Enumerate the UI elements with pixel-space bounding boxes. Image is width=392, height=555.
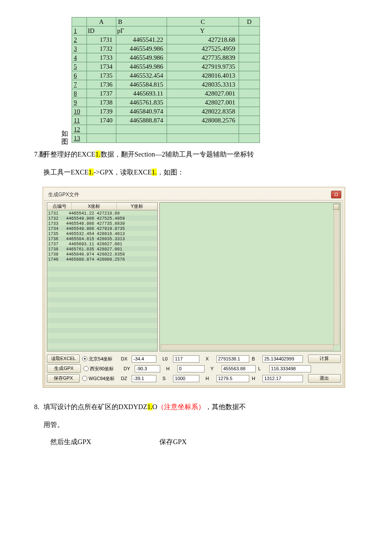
- cell[interactable]: 4465761.835: [116, 98, 167, 107]
- cell[interactable]: 1731: [87, 35, 116, 44]
- cell[interactable]: [239, 53, 260, 62]
- cell[interactable]: 4465549.986: [116, 62, 167, 71]
- cell[interactable]: [239, 26, 260, 35]
- row-num[interactable]: 8: [72, 89, 87, 98]
- p7-hl3: 1.: [152, 169, 157, 176]
- row-num[interactable]: 10: [72, 107, 87, 116]
- coord-list[interactable]: 1731 4465541.22 427218.68 1732 4465549.9…: [47, 210, 158, 352]
- cell[interactable]: 1740: [87, 116, 116, 125]
- cell[interactable]: [239, 107, 260, 116]
- cell[interactable]: [167, 125, 239, 134]
- cell[interactable]: 4465693.11: [116, 89, 167, 98]
- cell[interactable]: [239, 125, 260, 134]
- cell[interactable]: 1734: [87, 62, 116, 71]
- cell[interactable]: 428022.8358: [167, 107, 239, 116]
- radio-xa[interactable]: 西安80坐标: [84, 366, 121, 372]
- cell[interactable]: [116, 134, 167, 143]
- cell[interactable]: [239, 35, 260, 44]
- radio-bj[interactable]: 北京54坐标: [82, 356, 118, 362]
- cell[interactable]: 4465549.986: [116, 44, 167, 53]
- cell[interactable]: [239, 44, 260, 53]
- row-num[interactable]: 1: [72, 26, 87, 35]
- col-C[interactable]: C: [167, 17, 239, 26]
- cell[interactable]: [87, 125, 116, 134]
- input-l0[interactable]: 117: [173, 355, 199, 363]
- cell[interactable]: 1732: [87, 44, 116, 53]
- cell[interactable]: 428035.3313: [167, 80, 239, 89]
- dialog-titlebar[interactable]: 生成GPX文件: [45, 189, 343, 200]
- close-icon[interactable]: [331, 191, 341, 198]
- cell[interactable]: [167, 134, 239, 143]
- cell[interactable]: Y: [167, 26, 239, 35]
- col-B[interactable]: B: [116, 17, 167, 26]
- row-num[interactable]: 13: [72, 134, 87, 143]
- cell[interactable]: 4465541.22: [116, 35, 167, 44]
- cell[interactable]: [239, 71, 260, 80]
- read-excel-button[interactable]: 读取EXCEL: [47, 355, 80, 363]
- cell[interactable]: 427218.68: [167, 35, 239, 44]
- input-b[interactable]: 25.134402999: [262, 355, 303, 363]
- input-dy[interactable]: -90.3: [135, 365, 160, 372]
- cell[interactable]: 427735.8839: [167, 53, 239, 62]
- input-y[interactable]: 455563.88: [222, 365, 256, 372]
- cell[interactable]: 428016.4013: [167, 71, 239, 80]
- cell[interactable]: 428027.001: [167, 98, 239, 107]
- calc-button[interactable]: 计算: [308, 355, 341, 363]
- cell[interactable]: ID: [87, 26, 116, 35]
- vscroll-thumb[interactable]: [333, 204, 339, 210]
- col-D[interactable]: D: [239, 17, 260, 26]
- cell[interactable]: 1733: [87, 53, 116, 62]
- input-dz[interactable]: -39.1: [132, 375, 156, 382]
- cell[interactable]: 1739: [87, 107, 116, 116]
- exit-button[interactable]: 退出: [308, 374, 341, 383]
- cell[interactable]: 1737: [87, 89, 116, 98]
- cell[interactable]: 1736: [87, 80, 116, 89]
- row-num[interactable]: 3: [72, 44, 87, 53]
- cell[interactable]: 4465840.974: [116, 107, 167, 116]
- input-s[interactable]: 1000: [173, 375, 199, 382]
- cell[interactable]: [87, 134, 116, 143]
- input-h[interactable]: 0: [177, 365, 205, 372]
- cell[interactable]: [239, 80, 260, 89]
- cell[interactable]: 4465888.874: [116, 116, 167, 125]
- cell[interactable]: pΓ: [116, 26, 167, 35]
- radio-wgc[interactable]: WGC84坐标: [82, 375, 118, 382]
- input-dx[interactable]: -34.4: [132, 355, 156, 363]
- save-gpx-button[interactable]: 保存GPX: [47, 374, 80, 383]
- cell[interactable]: [239, 62, 260, 71]
- preview-panel[interactable]: [159, 202, 341, 352]
- cell[interactable]: 427919.9735: [167, 62, 239, 71]
- input-h3[interactable]: 1312.17: [262, 375, 303, 382]
- cell[interactable]: 1735: [87, 71, 116, 80]
- input-l[interactable]: 116.333498: [269, 365, 311, 372]
- row-num[interactable]: 11: [72, 116, 87, 125]
- cell[interactable]: 428008.2576: [167, 116, 239, 125]
- input-x[interactable]: 2791538.1: [216, 355, 249, 363]
- cell[interactable]: 4465584.815: [116, 80, 167, 89]
- cell[interactable]: 428027.001: [167, 89, 239, 98]
- hscroll[interactable]: [161, 344, 334, 350]
- row-num[interactable]: 4: [72, 53, 87, 62]
- table-row: 717364465584.815428035.3313: [72, 80, 260, 89]
- row-num[interactable]: 12: [72, 125, 87, 134]
- col-id[interactable]: 点编号: [47, 203, 72, 210]
- cell[interactable]: [116, 125, 167, 134]
- col-A[interactable]: A: [87, 17, 116, 26]
- cell[interactable]: [239, 89, 260, 98]
- row-num[interactable]: 6: [72, 71, 87, 80]
- gen-gpx-button[interactable]: 生成GPX: [47, 364, 81, 373]
- col-x[interactable]: X坐标: [72, 203, 117, 210]
- row-num[interactable]: 7: [72, 80, 87, 89]
- row-num[interactable]: 5: [72, 62, 87, 71]
- cell[interactable]: 4465549.986: [116, 53, 167, 62]
- cell[interactable]: 4465532.454: [116, 71, 167, 80]
- cell[interactable]: [239, 116, 260, 125]
- cell[interactable]: 427525.4959: [167, 44, 239, 53]
- cell[interactable]: 1738: [87, 98, 116, 107]
- col-y[interactable]: Y坐标: [117, 203, 157, 210]
- cell[interactable]: [239, 98, 260, 107]
- cell[interactable]: [239, 134, 260, 143]
- row-num[interactable]: 9: [72, 98, 87, 107]
- input-h2[interactable]: 1279.5: [216, 375, 249, 382]
- row-num[interactable]: 2: [72, 35, 87, 44]
